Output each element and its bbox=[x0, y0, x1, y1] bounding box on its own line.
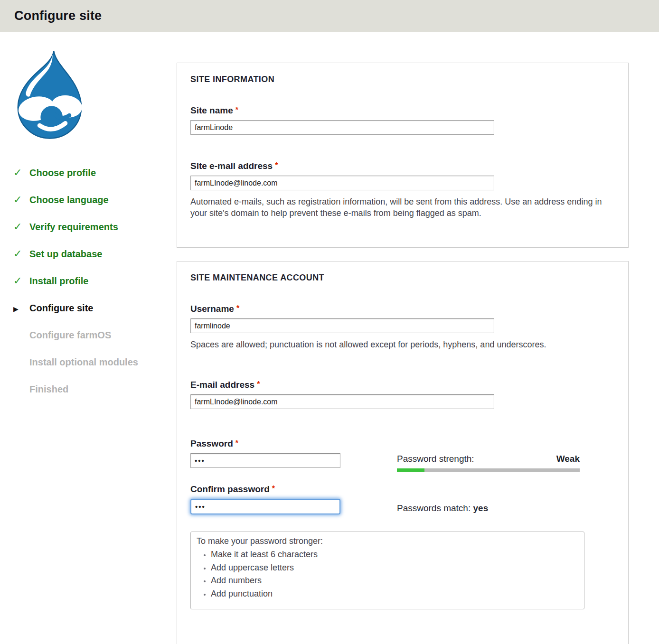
password-suggestions-box: To make your password stronger: Make it … bbox=[190, 532, 584, 609]
step-label: Configure farmOS bbox=[29, 329, 111, 341]
site-email-help: Automated e-mails, such as registration … bbox=[190, 196, 615, 219]
step-label: Finished bbox=[29, 383, 68, 395]
site-information-heading: SITE INFORMATION bbox=[190, 75, 615, 84]
install-sidebar: ✓ Choose profile ✓ Choose language ✓ Ver… bbox=[0, 32, 177, 644]
password-suggestion-item: Add punctuation bbox=[211, 588, 577, 599]
step-label: Install optional modules bbox=[29, 356, 138, 368]
username-group: Username* Spaces are allowed; punctuatio… bbox=[190, 304, 615, 350]
page-title: Configure site bbox=[14, 9, 102, 23]
check-icon: ✓ bbox=[13, 249, 29, 259]
drupal-logo bbox=[9, 47, 89, 142]
check-icon: ✓ bbox=[13, 222, 29, 232]
check-icon: ✓ bbox=[13, 276, 29, 286]
passwords-match-value: yes bbox=[473, 503, 489, 513]
confirm-password-row: Confirm password* Passwords match: yes bbox=[190, 484, 615, 514]
check-icon: ✓ bbox=[13, 168, 29, 177]
sidebar-step-configure-farmos: Configure farmOS bbox=[13, 329, 177, 341]
password-suggestions-intro: To make your password stronger: bbox=[197, 536, 577, 546]
password-suggestions-list: Make it at least 6 characters Add upperc… bbox=[211, 549, 577, 599]
sidebar-step-set-up-database: ✓ Set up database bbox=[13, 248, 177, 260]
account-email-input[interactable] bbox=[190, 394, 494, 409]
current-step-arrow-icon: ▶ bbox=[13, 304, 29, 314]
password-strength-fill bbox=[397, 468, 424, 472]
password-strength-indicator: Password strength: Weak bbox=[397, 439, 580, 472]
password-strength-label: Password strength: bbox=[397, 454, 474, 464]
step-label: Verify requirements bbox=[29, 221, 118, 233]
content: ✓ Choose profile ✓ Choose language ✓ Ver… bbox=[0, 32, 659, 644]
account-email-group: E-mail address* bbox=[190, 380, 615, 409]
passwords-match-label: Passwords match: bbox=[397, 503, 471, 513]
site-maintenance-account-heading: SITE MAINTENANCE ACCOUNT bbox=[190, 273, 615, 283]
step-label: Choose profile bbox=[29, 167, 96, 179]
password-group: Password* bbox=[190, 439, 397, 472]
install-task-list: ✓ Choose profile ✓ Choose language ✓ Ver… bbox=[13, 167, 177, 395]
required-asterisk: * bbox=[236, 304, 239, 312]
sidebar-step-choose-language: ✓ Choose language bbox=[13, 194, 177, 206]
step-label: Configure site bbox=[29, 302, 93, 314]
step-label: Choose language bbox=[29, 194, 109, 206]
sidebar-step-verify-requirements: ✓ Verify requirements bbox=[13, 221, 177, 233]
confirm-password-label: Confirm password* bbox=[190, 484, 397, 495]
sidebar-step-configure-site: ▶ Configure site bbox=[13, 302, 177, 314]
sidebar-step-install-optional-modules: Install optional modules bbox=[13, 356, 177, 368]
password-label: Password* bbox=[190, 439, 397, 449]
account-email-label: E-mail address* bbox=[190, 380, 615, 390]
check-icon: ✓ bbox=[13, 195, 29, 205]
required-asterisk: * bbox=[235, 439, 238, 447]
site-name-input[interactable] bbox=[190, 120, 494, 135]
sidebar-step-install-profile: ✓ Install profile bbox=[13, 275, 177, 287]
site-email-label: Site e-mail address* bbox=[190, 161, 615, 171]
site-email-input[interactable] bbox=[190, 176, 494, 190]
configure-site-form: SITE INFORMATION Site name* Site e-mail … bbox=[177, 32, 629, 644]
password-suggestion-item: Make it at least 6 characters bbox=[211, 549, 577, 560]
site-email-group: Site e-mail address* Automated e-mails, … bbox=[190, 161, 615, 219]
drupal-drop-icon bbox=[9, 47, 89, 142]
password-suggestion-item: Add uppercase letters bbox=[211, 562, 577, 573]
password-suggestion-item: Add numbers bbox=[211, 575, 577, 586]
sidebar-step-choose-profile: ✓ Choose profile bbox=[13, 167, 177, 179]
username-label: Username* bbox=[190, 304, 615, 314]
required-asterisk: * bbox=[235, 106, 238, 114]
password-strength-bar bbox=[397, 468, 580, 472]
page-header: Configure site bbox=[0, 0, 659, 32]
confirm-password-group: Confirm password* bbox=[190, 484, 397, 514]
username-input[interactable] bbox=[190, 318, 494, 333]
site-information-fieldset: SITE INFORMATION Site name* Site e-mail … bbox=[177, 63, 629, 248]
required-asterisk: * bbox=[275, 161, 278, 169]
confirm-password-input[interactable] bbox=[190, 499, 340, 514]
step-label: Install profile bbox=[29, 275, 88, 287]
password-row: Password* Password strength: Weak bbox=[190, 439, 615, 472]
passwords-match-indicator: Passwords match: yes bbox=[397, 484, 580, 514]
site-name-label: Site name* bbox=[190, 105, 615, 116]
sidebar-step-finished: Finished bbox=[13, 383, 177, 395]
step-label: Set up database bbox=[29, 248, 102, 260]
site-name-group: Site name* bbox=[190, 105, 615, 135]
site-maintenance-account-fieldset: SITE MAINTENANCE ACCOUNT Username* Space… bbox=[177, 261, 629, 644]
username-help: Spaces are allowed; punctuation is not a… bbox=[190, 339, 615, 350]
required-asterisk: * bbox=[272, 485, 275, 493]
required-asterisk: * bbox=[257, 380, 260, 388]
password-input[interactable] bbox=[190, 453, 340, 468]
password-strength-level: Weak bbox=[556, 454, 580, 464]
